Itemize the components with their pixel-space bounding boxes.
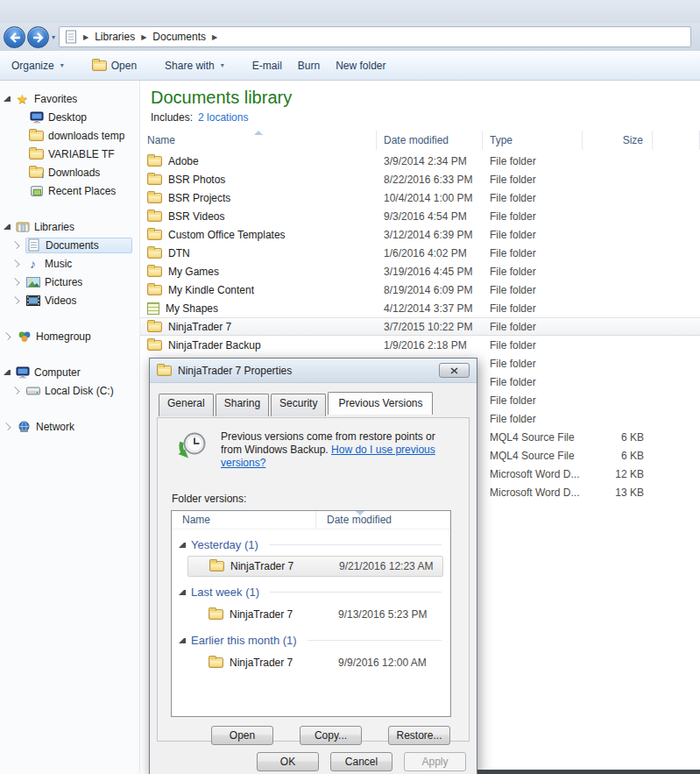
open-button[interactable]: Open bbox=[84, 55, 145, 76]
open-version-button[interactable]: Open bbox=[211, 726, 273, 745]
file-size: 6 KB bbox=[583, 450, 653, 462]
group-header-last-week[interactable]: Last week (1) bbox=[172, 581, 450, 603]
version-row[interactable]: NinjaTrader 7 9/9/2016 12:00 AM bbox=[187, 651, 443, 673]
back-button[interactable] bbox=[4, 26, 25, 48]
pictures-icon bbox=[25, 275, 40, 289]
file-row[interactable]: Adobe 3/9/2014 2:34 PM File folder bbox=[140, 152, 700, 170]
sidebar-item-variable-tf[interactable]: VARIABLE TF bbox=[0, 145, 139, 163]
file-row[interactable]: Custom Office Templates 3/12/2014 6:39 P… bbox=[140, 225, 700, 244]
sidebar-label: Documents bbox=[46, 239, 99, 252]
new-folder-button[interactable]: New folder bbox=[328, 55, 393, 76]
versions-column-date[interactable]: Date modified bbox=[316, 511, 450, 529]
file-row[interactable]: NinjaTrader 7 3/7/2015 10:22 PM File fol… bbox=[140, 317, 700, 336]
cancel-button[interactable]: Cancel bbox=[330, 752, 392, 771]
sidebar-item-documents[interactable]: Documents bbox=[0, 236, 139, 254]
ok-button[interactable]: OK bbox=[257, 752, 319, 771]
libraries-icon bbox=[15, 220, 30, 234]
breadcrumb-item-documents[interactable]: Documents bbox=[152, 31, 206, 43]
file-row[interactable]: NinjaTrader Backup 1/9/2016 2:18 PM File… bbox=[140, 336, 700, 354]
version-row[interactable]: NinjaTrader 7 9/13/2016 5:23 PM bbox=[187, 603, 443, 625]
sidebar-label: Downloads bbox=[48, 167, 100, 179]
apply-button[interactable]: Apply bbox=[404, 752, 466, 771]
folder-icon bbox=[209, 657, 223, 668]
folder-icon bbox=[29, 149, 44, 160]
file-row[interactable]: BSR Videos 9/3/2016 4:54 PM File folder bbox=[140, 207, 700, 225]
group-header-yesterday[interactable]: Yesterday (1) bbox=[172, 534, 450, 556]
expander-closed-icon[interactable] bbox=[3, 423, 11, 430]
sidebar-section-favorites[interactable]: ★ Favorites bbox=[0, 89, 139, 108]
sidebar-label: Pictures bbox=[45, 276, 82, 288]
sort-descending-icon bbox=[356, 511, 364, 515]
burn-button[interactable]: Burn bbox=[290, 55, 328, 76]
expander-closed-icon[interactable] bbox=[3, 332, 11, 340]
expander-closed-icon[interactable] bbox=[11, 278, 19, 286]
close-button[interactable] bbox=[439, 363, 470, 378]
file-row[interactable]: BSR Photos 8/22/2016 6:33 PM File folder bbox=[140, 170, 700, 188]
organize-button[interactable]: Organize ▾ bbox=[4, 55, 72, 76]
new-folder-label: New folder bbox=[336, 60, 385, 72]
file-type: Microsoft Word D... bbox=[483, 486, 583, 499]
tab-previous-versions[interactable]: Previous Versions bbox=[328, 392, 433, 415]
column-header-type[interactable]: Type bbox=[483, 131, 583, 150]
recent-pages-dropdown[interactable]: ▾ bbox=[52, 33, 55, 41]
sidebar-item-music[interactable]: ♪ Music bbox=[0, 254, 139, 273]
expander-closed-icon[interactable] bbox=[11, 241, 19, 249]
sidebar-section-homegroup[interactable]: Homegroup bbox=[0, 327, 139, 345]
sidebar-item-videos[interactable]: Videos bbox=[0, 291, 139, 309]
dialog-tabs: General Sharing Security Previous Versio… bbox=[150, 383, 477, 415]
file-date-modified: 10/4/2014 1:00 PM bbox=[377, 192, 483, 204]
folder-icon bbox=[147, 285, 162, 295]
sidebar-item-downloads-temp[interactable]: downloads temp bbox=[0, 126, 139, 145]
sidebar-label: downloads temp bbox=[48, 130, 124, 142]
expander-open-icon[interactable] bbox=[4, 96, 11, 102]
sidebar-section-computer[interactable]: Computer bbox=[0, 363, 139, 381]
tab-sharing[interactable]: Sharing bbox=[216, 394, 269, 416]
dialog-titlebar[interactable]: NinjaTrader 7 Properties bbox=[150, 359, 477, 383]
column-header-date-modified[interactable]: Date modified bbox=[377, 131, 483, 150]
sidebar-section-network[interactable]: Network bbox=[0, 417, 139, 436]
version-date: 9/13/2016 5:23 PM bbox=[338, 608, 427, 621]
sidebar-label: Videos bbox=[45, 295, 76, 307]
sidebar-item-local-disk-c[interactable]: Local Disk (C:) bbox=[0, 381, 139, 400]
share-with-button[interactable]: Share with ▾ bbox=[157, 55, 232, 76]
breadcrumb-item-libraries[interactable]: Libraries bbox=[95, 31, 135, 43]
file-row[interactable]: My Games 3/19/2016 4:45 PM File folder bbox=[140, 262, 700, 280]
sidebar-item-downloads[interactable]: ↓ Downloads bbox=[0, 163, 139, 181]
locations-link[interactable]: 2 locations bbox=[198, 111, 248, 124]
file-row[interactable]: My Kindle Content 8/19/2014 6:09 PM File… bbox=[140, 280, 700, 299]
sidebar-item-recent-places[interactable]: Recent Places bbox=[0, 181, 139, 200]
expander-closed-icon[interactable] bbox=[11, 296, 19, 304]
restore-version-button[interactable]: Restore... bbox=[388, 726, 450, 745]
file-size: 6 KB bbox=[583, 431, 653, 444]
tab-security[interactable]: Security bbox=[271, 394, 326, 416]
folder-versions-list[interactable]: Name Date modified Yesterday (1) NinjaTr… bbox=[171, 510, 451, 717]
sidebar-item-pictures[interactable]: Pictures bbox=[0, 273, 139, 291]
column-header-size[interactable]: Size bbox=[583, 131, 653, 150]
sidebar-item-desktop[interactable]: Desktop bbox=[0, 108, 139, 126]
group-header-earlier-this-month[interactable]: Earlier this month (1) bbox=[172, 629, 450, 651]
file-date-modified: 9/3/2016 4:54 PM bbox=[377, 210, 483, 223]
file-date-modified: 8/22/2016 6:33 PM bbox=[377, 174, 483, 186]
email-button[interactable]: E-mail bbox=[244, 55, 290, 76]
forward-button[interactable] bbox=[27, 26, 49, 48]
sidebar-section-libraries[interactable]: Libraries bbox=[0, 217, 139, 236]
expander-closed-icon[interactable] bbox=[11, 387, 19, 394]
folder-icon bbox=[147, 174, 162, 185]
versions-column-name[interactable]: Name bbox=[172, 511, 316, 529]
breadcrumb[interactable]: ▶ Libraries ▶ Documents ▶ bbox=[59, 26, 691, 47]
file-type: File folder bbox=[483, 376, 583, 388]
expander-open-icon[interactable] bbox=[4, 370, 11, 375]
version-row[interactable]: NinjaTrader 7 9/21/2016 12:23 AM bbox=[187, 556, 443, 577]
tab-general[interactable]: General bbox=[159, 394, 214, 416]
sidebar-label: Recent Places bbox=[48, 185, 116, 197]
taskbar-edge bbox=[477, 770, 700, 774]
file-size: 12 KB bbox=[583, 468, 653, 480]
file-row[interactable]: BSR Projects 10/4/2014 1:00 PM File fold… bbox=[140, 188, 700, 207]
previous-versions-page: Previous versions come from restore poin… bbox=[157, 417, 470, 742]
file-row[interactable]: My Shapes 4/12/2014 3:37 PM File folder bbox=[140, 299, 700, 317]
copy-version-button[interactable]: Copy... bbox=[300, 726, 362, 745]
expander-open-icon[interactable] bbox=[4, 224, 11, 230]
expander-closed-icon[interactable] bbox=[11, 259, 19, 267]
file-row[interactable]: DTN 1/6/2016 4:02 PM File folder bbox=[140, 244, 700, 262]
folder-icon bbox=[147, 248, 162, 259]
